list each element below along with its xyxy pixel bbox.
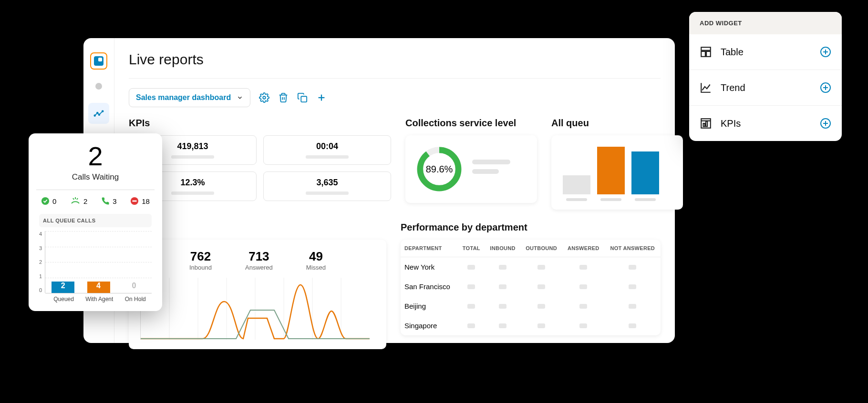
svg-rect-25 [706, 51, 711, 57]
add-widget-label: Trend [721, 82, 811, 93]
kpi-value: 419,813 [177, 141, 208, 151]
kpis-section: KPIs 419,813 00:04 12.3% 3, [129, 118, 391, 210]
kpi-value: 00:04 [316, 141, 338, 151]
ringcentral-logo[interactable] [90, 52, 107, 70]
svg-rect-24 [701, 51, 705, 57]
plus-circle-icon [820, 46, 831, 58]
copy-icon[interactable] [297, 92, 308, 103]
on-call-icon [101, 197, 110, 205]
widgets-row-1: KPIs 419,813 00:04 12.3% 3, [129, 118, 661, 210]
svg-rect-5 [301, 96, 307, 102]
trend-inbound-label: Inbound [189, 264, 212, 271]
bar-queued: 2 [52, 282, 74, 293]
collections-service-level-section: Collections service level 89.6% [405, 118, 537, 210]
csl-legend-placeholders [472, 160, 510, 179]
call-status-row: 0 2 3 18 [39, 197, 152, 205]
svg-rect-33 [703, 123, 705, 127]
table-icon [700, 46, 712, 58]
delete-icon[interactable] [278, 92, 289, 103]
csl-donut-chart: 89.6% [414, 144, 465, 194]
svg-line-20 [77, 198, 78, 200]
dashboard-selector[interactable]: Sales manager dashboard [129, 88, 250, 107]
settings-icon[interactable] [259, 92, 269, 103]
kpi-grid: 419,813 00:04 12.3% 3,635 [129, 135, 391, 201]
add-widget-trend[interactable]: Trend [689, 70, 842, 106]
table-row: Singapore [401, 316, 661, 335]
performance-title: Performance by department [401, 222, 661, 233]
trend-inbound-value: 762 [189, 249, 212, 264]
table-row: Beijing [401, 296, 661, 316]
trend-summary: 762 Inbound 713 Answered 49 Missed [140, 249, 375, 271]
plus-circle-icon [820, 118, 831, 129]
on-call-count: 3 [113, 197, 116, 205]
kpi-label-placeholder [306, 191, 349, 195]
bar-on-hold: 0 [123, 282, 145, 293]
available-count: 0 [52, 197, 56, 205]
calls-waiting-widget[interactable]: 2 Calls Waiting 0 2 3 18 ALL QUEUE CALLS… [29, 133, 162, 311]
plus-circle-icon [820, 82, 831, 93]
trend-missed-value: 49 [306, 249, 326, 264]
kpi-card[interactable]: 00:04 [263, 135, 391, 165]
svg-point-3 [102, 111, 103, 112]
widgets-row-2: t trend 762 Inbound 713 Answered 49 [129, 222, 661, 349]
all-queues-section: All queu [551, 118, 683, 210]
chevron-down-icon [237, 94, 243, 101]
ringing-count: 2 [83, 197, 87, 205]
csl-card[interactable]: 89.6% [405, 135, 537, 203]
kpi-value: 12.3% [180, 178, 205, 188]
svg-line-18 [73, 198, 74, 200]
sidebar-nav-analytics[interactable] [88, 103, 109, 124]
queue-bar-chart: 43210 2 4 0 [39, 231, 152, 293]
performance-card[interactable]: DEPARTMENT TOTAL INBOUND OUTBOUND ANSWER… [401, 240, 661, 335]
kpi-label-placeholder [171, 191, 214, 195]
trend-title: t trend [129, 222, 386, 233]
x-axis-labels: Queued With Agent On Hold [48, 296, 152, 302]
kpi-card[interactable]: 3,635 [263, 171, 391, 201]
col-total: TOTAL [458, 240, 485, 257]
csl-percent: 89.6% [426, 164, 453, 175]
col-not-answered: NOT ANSWERED [604, 240, 661, 257]
trend-missed-label: Missed [306, 264, 326, 271]
trend-line-chart [140, 278, 370, 340]
col-department: DEPARTMENT [401, 240, 458, 257]
table-row: New York [401, 257, 661, 277]
all-queues-bars [560, 144, 674, 201]
svg-point-4 [263, 96, 266, 99]
unavailable-icon [130, 197, 139, 205]
add-widget-label: Table [721, 47, 811, 58]
trend-icon [700, 81, 712, 94]
svg-rect-34 [706, 121, 707, 127]
svg-rect-23 [701, 47, 711, 50]
bar-with-agent: 4 [87, 282, 110, 293]
available-icon [41, 197, 50, 205]
csl-title: Collections service level [405, 118, 537, 129]
add-widget-label: KPIs [721, 118, 811, 129]
kpis-icon [700, 117, 712, 130]
divider [36, 190, 155, 190]
queue-chart-title: ALL QUEUE CALLS [39, 214, 152, 227]
svg-point-2 [99, 114, 100, 115]
svg-point-17 [41, 197, 49, 205]
kpi-label-placeholder [171, 155, 214, 159]
svg-rect-22 [133, 201, 137, 202]
all-queues-card[interactable] [551, 135, 683, 210]
y-axis: 43210 [39, 231, 45, 293]
add-widget-table[interactable]: Table [689, 34, 842, 70]
col-answered: ANSWERED [562, 240, 604, 257]
calls-waiting-label: Calls Waiting [39, 172, 152, 182]
add-icon[interactable] [316, 92, 327, 103]
add-widget-kpis[interactable]: KPIs [689, 106, 842, 141]
svg-point-0 [94, 115, 95, 116]
sidebar-placeholder-icon[interactable] [95, 83, 102, 90]
dashboard-toolbar: Sales manager dashboard [129, 88, 661, 107]
calls-waiting-count: 2 [39, 143, 152, 170]
trend-answered-label: Answered [245, 264, 273, 271]
main-content: Live reports Sales manager dashboard KPI [114, 38, 675, 343]
page-title: Live reports [129, 51, 661, 79]
kpis-title: KPIs [129, 118, 391, 129]
dashboard-selector-label: Sales manager dashboard [136, 93, 231, 102]
trend-card[interactable]: 762 Inbound 713 Answered 49 Missed [129, 240, 386, 349]
unavailable-count: 18 [142, 197, 150, 205]
add-widget-popover: ADD WIDGET Table Trend KPIs [689, 12, 842, 141]
live-reports-window: Live reports Sales manager dashboard KPI [83, 38, 675, 343]
